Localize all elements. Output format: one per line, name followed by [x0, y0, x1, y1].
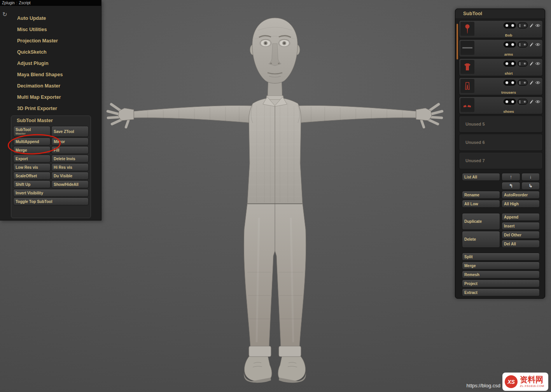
- subtool-master-button-line2: Master: [16, 132, 48, 136]
- model-left-shoe: [244, 356, 272, 383]
- subtool-item-unused-5[interactable]: Unused 5: [459, 116, 543, 133]
- menu-bar: Zplugin:Zscript: [0, 0, 101, 6]
- subtool-item-shoes[interactable]: shoes: [459, 96, 543, 114]
- subtool-thumbnail: [460, 22, 474, 36]
- menu-item-quicksketch[interactable]: QuickSketch: [0, 47, 101, 58]
- model-right-arm: [298, 104, 442, 127]
- subtool-master-button-line1: SubTool: [16, 128, 31, 132]
- delete-invis-button[interactable]: Delete Invis: [51, 155, 89, 163]
- split-button[interactable]: Split: [462, 253, 540, 261]
- menu-item-misc-utilities[interactable]: Misc Utilities: [0, 24, 101, 35]
- polypaint-toggle[interactable]: [504, 23, 516, 28]
- subtool-item-shirt[interactable]: shirt: [459, 58, 543, 76]
- remesh-button[interactable]: Remesh: [462, 271, 540, 278]
- paint-icon[interactable]: [529, 80, 534, 85]
- pin-icon: [463, 24, 472, 34]
- subtool-item-unused-6[interactable]: Unused 6: [459, 134, 543, 151]
- delete-button[interactable]: Delete: [462, 231, 500, 248]
- menu-item-decimation-master[interactable]: Decimation Master: [0, 80, 101, 92]
- menu-zscript[interactable]: Zscript: [19, 1, 31, 5]
- logo-xs-badge: XS: [505, 375, 518, 388]
- paint-icon[interactable]: [529, 100, 534, 104]
- show-hide-all-button[interactable]: Show/HideAll: [51, 180, 89, 188]
- menu-item-subtool-master[interactable]: SubTool Master: [11, 116, 91, 125]
- model-shirt: [247, 98, 303, 204]
- du-visible-button[interactable]: Du Visible: [51, 172, 89, 180]
- append-button[interactable]: Append: [502, 213, 540, 221]
- hi-res-vis-button[interactable]: Hi Res vis: [51, 163, 89, 171]
- menu-zplugin[interactable]: Zplugin: [2, 1, 15, 5]
- eye-icon[interactable]: [535, 24, 541, 27]
- save-ztool-button[interactable]: Save ZTool: [51, 126, 89, 137]
- move-up-button[interactable]: ↑: [502, 173, 520, 181]
- eye-icon[interactable]: [535, 43, 541, 46]
- scrollbar-thumb[interactable]: [457, 24, 458, 60]
- shift-up-button[interactable]: Shift Up: [13, 180, 51, 188]
- menu-item-projection-master[interactable]: Projection Master: [0, 35, 101, 47]
- subtool-thumbnail: [460, 79, 474, 93]
- subtool-controls: [504, 99, 541, 105]
- subtool-item-arms[interactable]: arms: [459, 39, 543, 57]
- del-all-button[interactable]: Del All: [502, 240, 540, 248]
- subtool-item-unused-7[interactable]: Unused 7: [459, 152, 543, 169]
- insert-button[interactable]: Insert: [502, 222, 540, 230]
- mirror-button[interactable]: Mirror: [51, 138, 89, 145]
- export-button[interactable]: Export: [13, 155, 51, 163]
- eye-icon[interactable]: [535, 100, 541, 103]
- subtool-name: arms: [475, 52, 542, 56]
- menu-item-adjust-plugin[interactable]: Adjust Plugin: [0, 58, 101, 69]
- low-res-vis-button[interactable]: Low Res vis: [13, 163, 51, 171]
- paint-icon[interactable]: [529, 61, 534, 66]
- model-right-cuff: [279, 346, 301, 357]
- uv-toggle[interactable]: [518, 42, 528, 47]
- project-button[interactable]: Project: [462, 280, 540, 287]
- model-trousers: [244, 203, 306, 347]
- merge-section-button[interactable]: Merge: [462, 262, 540, 270]
- polypaint-toggle[interactable]: [504, 42, 516, 47]
- subtool-item-bob[interactable]: Bob: [459, 20, 543, 38]
- menu-item-auto-update[interactable]: Auto Update: [0, 13, 101, 24]
- move-down-button[interactable]: ↓: [521, 173, 540, 181]
- move-top-button[interactable]: ↰: [502, 182, 520, 190]
- extract-button[interactable]: Extract: [462, 289, 540, 296]
- menu-item-maya-blend-shapes[interactable]: Maya Blend Shapes: [0, 69, 101, 80]
- arms-icon: [462, 45, 472, 51]
- subtool-master-button[interactable]: SubTool Master: [13, 126, 51, 137]
- menu-item-3d-print-exporter[interactable]: 3D Print Exporter: [0, 103, 101, 114]
- del-other-button[interactable]: Del Other: [502, 231, 540, 239]
- all-low-button[interactable]: All Low: [462, 200, 500, 208]
- uv-toggle[interactable]: [518, 99, 528, 105]
- subtool-master-section: SubTool Master SubTool Master Save ZTool…: [11, 116, 91, 218]
- polypaint-toggle[interactable]: [504, 80, 516, 86]
- list-all-button[interactable]: List All: [462, 173, 500, 181]
- eye-icon[interactable]: [535, 81, 541, 84]
- rename-button[interactable]: Rename: [462, 191, 500, 199]
- polypaint-toggle[interactable]: [504, 99, 516, 105]
- merge-button[interactable]: Merge: [13, 146, 51, 154]
- logo-text: 资料网 ZL.XS1616.COM: [520, 376, 544, 388]
- polypaint-toggle[interactable]: [504, 61, 516, 66]
- eye-icon[interactable]: [535, 62, 541, 65]
- autoreorder-button[interactable]: AutoReorder: [502, 191, 540, 199]
- subtool-controls: [504, 42, 541, 47]
- move-bottom-button[interactable]: ↳: [521, 182, 540, 190]
- scaleoffset-button[interactable]: ScaleOffset: [13, 172, 51, 180]
- paint-icon[interactable]: [529, 42, 534, 47]
- fill-button[interactable]: Fill: [51, 146, 89, 154]
- subtool-controls: [504, 80, 541, 86]
- paint-icon[interactable]: [529, 23, 534, 28]
- uv-toggle[interactable]: [518, 61, 528, 66]
- subtool-palette-title[interactable]: SubTool: [455, 9, 545, 18]
- duplicate-button[interactable]: Duplicate: [462, 213, 500, 230]
- subtool-item-trousers[interactable]: trousers: [459, 77, 543, 95]
- subtool-list-controls: List All ↑ ↓ ↰ ↳ Rename AutoReorder All …: [462, 173, 540, 208]
- invert-visibility-button[interactable]: Invert Visibility: [13, 189, 89, 197]
- toggle-top-subtool-button[interactable]: Toggle Top SubTool: [13, 198, 89, 205]
- watermark-url: https://blog.csd: [467, 383, 500, 388]
- menu-item-multi-map-exporter[interactable]: Multi Map Exporter: [0, 92, 101, 103]
- model-right-shoe: [278, 356, 306, 383]
- all-high-button[interactable]: All High: [502, 200, 540, 208]
- uv-toggle[interactable]: [518, 23, 528, 28]
- multiappend-button[interactable]: MultiAppend: [13, 138, 51, 145]
- uv-toggle[interactable]: [518, 80, 528, 86]
